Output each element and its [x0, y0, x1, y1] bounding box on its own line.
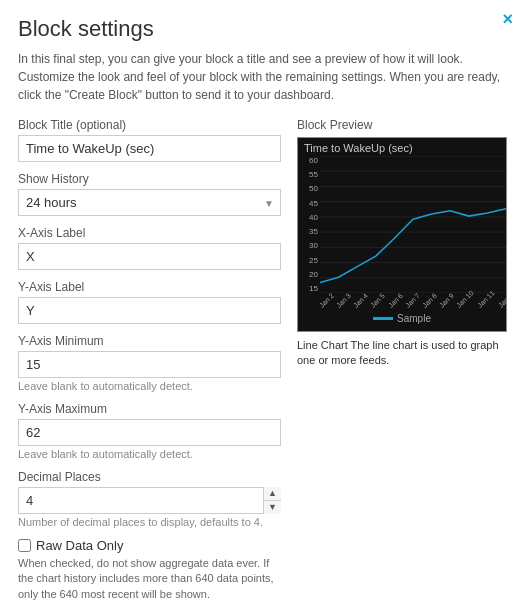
y-label-25: 25 — [300, 256, 318, 265]
decimal-spinner: ▲ ▼ — [18, 487, 281, 514]
spinner-down-button[interactable]: ▼ — [264, 501, 281, 514]
xaxis-label: X-Axis Label — [18, 226, 281, 240]
decimal-places-label: Decimal Places — [18, 470, 281, 484]
modal-description: In this final step, you can give your bl… — [18, 50, 507, 104]
show-history-label: Show History — [18, 172, 281, 186]
x-label-jan5: Jan 5 — [369, 292, 386, 309]
y-label-55: 55 — [300, 170, 318, 179]
yaxis-max-input[interactable] — [18, 419, 281, 446]
two-column-layout: Block Title (optional) Show History 1 ho… — [18, 118, 507, 600]
left-column: Block Title (optional) Show History 1 ho… — [18, 118, 281, 600]
x-label-jan4: Jan 4 — [352, 292, 369, 309]
block-title-label: Block Title (optional) — [18, 118, 281, 132]
block-settings-modal: × Block settings In this final step, you… — [0, 0, 525, 600]
x-label-jan7: Jan 7 — [404, 292, 421, 309]
line-chart-svg — [320, 156, 506, 293]
x-label-jan3: Jan 3 — [335, 292, 352, 309]
yaxis-label: Y-Axis Label — [18, 280, 281, 294]
y-label-45: 45 — [300, 199, 318, 208]
chart-title: Time to WakeUp (sec) — [298, 138, 506, 156]
preview-label: Block Preview — [297, 118, 507, 132]
chart-inner: 60 55 50 45 40 35 30 25 20 15 — [298, 156, 506, 311]
y-label-50: 50 — [300, 184, 318, 193]
xaxis-input[interactable] — [18, 243, 281, 270]
yaxis-max-label: Y-Axis Maximum — [18, 402, 281, 416]
raw-data-row: Raw Data Only — [18, 538, 281, 553]
block-title-input[interactable] — [18, 135, 281, 162]
chart-container: Time to WakeUp (sec) 60 55 50 45 40 35 3… — [297, 137, 507, 332]
show-history-wrapper: 1 hour 6 hours 12 hours 24 hours 2 days … — [18, 189, 281, 216]
decimal-hint: Number of decimal places to display, def… — [18, 516, 281, 528]
show-history-select[interactable]: 1 hour 6 hours 12 hours 24 hours 2 days … — [18, 189, 281, 216]
spinner-up-button[interactable]: ▲ — [264, 487, 281, 501]
y-label-35: 35 — [300, 227, 318, 236]
y-label-60: 60 — [300, 156, 318, 165]
x-axis-labels: Jan 2 Jan 3 Jan 4 Jan 5 Jan 6 Jan 7 Jan … — [318, 304, 506, 311]
yaxis-input[interactable] — [18, 297, 281, 324]
right-column: Block Preview Time to WakeUp (sec) 60 55… — [297, 118, 507, 600]
legend-color-swatch — [373, 317, 393, 320]
x-label-jan9: Jan 9 — [438, 292, 455, 309]
spinner-buttons: ▲ ▼ — [263, 487, 281, 514]
x-label-jan2: Jan 2 — [318, 292, 335, 309]
x-label-jan8: Jan 8 — [421, 292, 438, 309]
legend-label: Sample — [397, 313, 431, 324]
raw-data-desc: When checked, do not show aggregate data… — [18, 556, 281, 600]
modal-title: Block settings — [18, 16, 507, 42]
chart-description: Line Chart The line chart is used to gra… — [297, 338, 507, 369]
yaxis-max-hint: Leave blank to automatically detect. — [18, 448, 281, 460]
close-button[interactable]: × — [502, 10, 513, 28]
y-label-20: 20 — [300, 270, 318, 279]
yaxis-min-label: Y-Axis Minimum — [18, 334, 281, 348]
y-axis-labels: 60 55 50 45 40 35 30 25 20 15 — [300, 156, 318, 293]
x-label-jan6: Jan 6 — [387, 292, 404, 309]
decimal-input[interactable] — [18, 487, 281, 514]
y-label-30: 30 — [300, 241, 318, 250]
legend-row: Sample — [298, 313, 506, 327]
yaxis-min-input[interactable] — [18, 351, 281, 378]
raw-data-label[interactable]: Raw Data Only — [36, 538, 123, 553]
y-label-15: 15 — [300, 284, 318, 293]
raw-data-checkbox[interactable] — [18, 539, 31, 552]
yaxis-min-hint: Leave blank to automatically detect. — [18, 380, 281, 392]
y-label-40: 40 — [300, 213, 318, 222]
